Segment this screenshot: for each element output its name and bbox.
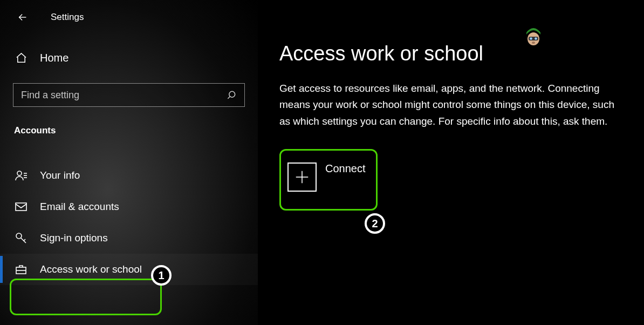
connect-label: Connect [325,162,366,175]
avatar-mascot-icon [524,25,543,46]
home-nav[interactable]: Home [0,51,258,65]
sidebar-item-label: Sign-in options [40,232,108,244]
svg-line-1 [228,97,230,99]
annotation-badge-2: 2 [365,213,385,234]
sidebar-item-access-work-school[interactable]: Access work or school [0,254,258,285]
search-input[interactable] [21,90,226,101]
sidebar-item-signin-options[interactable]: Sign-in options [0,222,258,254]
svg-point-15 [535,37,537,40]
home-label: Home [40,52,68,64]
app-title: Settings [51,12,84,23]
svg-point-2 [17,171,22,175]
section-header-accounts: Accounts [0,125,258,136]
page-title: Access work or school [279,42,625,65]
plus-box [287,162,317,192]
settings-sidebar: Settings Home Accounts Your info [0,0,258,325]
briefcase-icon [15,263,28,276]
main-content: Access work or school Get access to reso… [258,0,644,325]
mail-icon [15,200,28,213]
key-icon [15,232,28,245]
header-row: Settings [0,11,258,24]
sidebar-item-label: Your info [40,170,80,181]
plus-icon [294,169,310,185]
svg-point-16 [532,42,535,44]
arrow-left-icon [17,11,29,23]
sidebar-item-your-info[interactable]: Your info [0,160,258,191]
person-icon [15,169,28,182]
svg-rect-6 [16,203,26,211]
search-icon [226,90,237,100]
svg-point-0 [229,91,235,97]
home-icon [15,52,28,64]
annotation-badge-1: 1 [151,265,172,286]
sidebar-item-label: Email & accounts [40,201,119,213]
sidebar-item-label: Access work or school [40,263,142,275]
sidebar-item-email-accounts[interactable]: Email & accounts [0,191,258,222]
search-box[interactable] [13,83,245,107]
svg-point-14 [530,37,532,40]
page-description: Get access to resources like email, apps… [279,80,625,130]
back-button[interactable] [16,11,29,24]
connect-button[interactable]: Connect [279,149,378,211]
